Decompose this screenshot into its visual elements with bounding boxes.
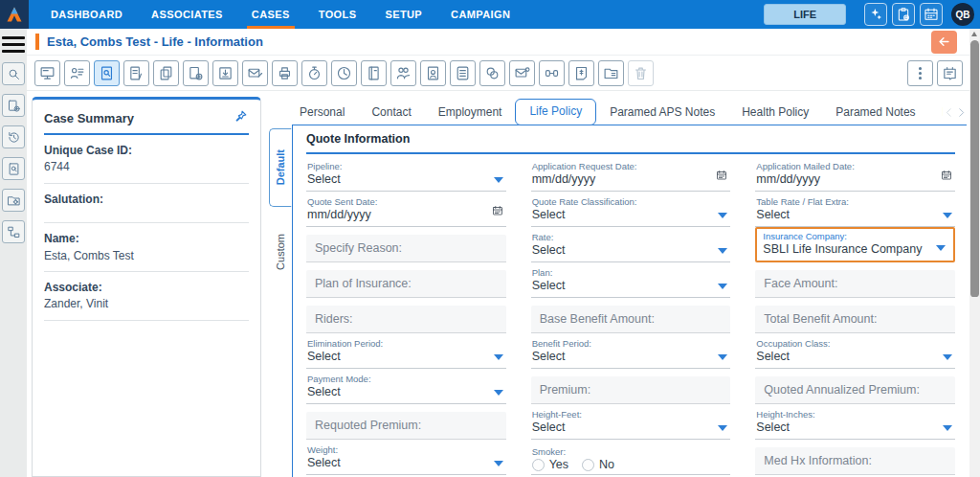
field-input[interactable]: Insurance Company:SBLI Life Insurance Co… — [755, 227, 955, 262]
dropdown-caret-icon[interactable] — [718, 354, 727, 360]
user-avatar[interactable]: QB — [951, 3, 974, 26]
tab-paramed-aps-notes[interactable]: Paramed APS Notes — [596, 101, 728, 125]
sticky-note-icon[interactable] — [937, 60, 963, 86]
copy-documents-icon[interactable] — [153, 60, 179, 86]
rail-document-search-icon[interactable] — [2, 157, 25, 180]
tab-scroll-left-button[interactable] — [943, 102, 955, 122]
dropdown-caret-icon[interactable] — [943, 213, 952, 218]
sparkles-icon[interactable] — [864, 3, 887, 26]
tab-scroll-right-button[interactable] — [955, 102, 968, 122]
dropdown-caret-icon[interactable] — [718, 248, 727, 254]
nav-item-associates[interactable]: ASSOCIATES — [137, 0, 237, 29]
field-input[interactable]: Application Mailed Date:mm/dd/yyyy — [755, 161, 955, 192]
scroll-up-arrow-icon[interactable] — [971, 32, 977, 36]
dropdown-caret-icon[interactable] — [494, 354, 503, 360]
link-people-icon[interactable] — [539, 60, 565, 86]
rail-document-add-icon[interactable] — [2, 94, 25, 117]
field-input[interactable]: Payment Mode:Select — [306, 374, 506, 404]
field-riders: Riders: — [306, 299, 506, 334]
dropdown-caret-icon[interactable] — [494, 461, 503, 466]
checklist-icon[interactable] — [450, 60, 476, 86]
contact-list-icon[interactable] — [64, 60, 90, 86]
side-tab-default[interactable]: Default — [269, 128, 292, 207]
coins-icon[interactable] — [479, 60, 505, 86]
calendar-picker-icon[interactable] — [716, 168, 727, 185]
dropdown-caret-icon[interactable] — [718, 284, 727, 289]
back-button[interactable] — [931, 31, 957, 54]
vertical-scrollbar[interactable] — [969, 29, 980, 477]
field-input[interactable]: Smoker:YesNo — [531, 446, 731, 475]
document-search-icon[interactable] — [94, 60, 120, 86]
tab-contact[interactable]: Contact — [358, 101, 424, 125]
rail-search-icon[interactable] — [2, 62, 25, 85]
nav-item-dashboard[interactable]: DASHBOARD — [36, 0, 137, 29]
radio-option-yes[interactable]: Yes — [532, 458, 568, 471]
field-input[interactable]: Height-Inches:Select — [755, 409, 955, 440]
nav-item-cases[interactable]: CASES — [237, 0, 304, 29]
dropdown-caret-icon[interactable] — [943, 354, 952, 360]
tab-personal[interactable]: Personal — [286, 101, 358, 125]
rail-history-icon[interactable] — [2, 125, 25, 148]
dropdown-caret-icon[interactable] — [718, 213, 727, 218]
document-add-icon[interactable] — [183, 60, 209, 86]
trash-icon[interactable] — [628, 60, 654, 86]
rail-folder-settings-icon[interactable] — [2, 189, 25, 212]
tab-life-policy[interactable]: Life Policy — [515, 99, 596, 125]
field-input[interactable]: Height-Feet:Select — [531, 409, 731, 440]
field-input[interactable]: Weight:Select — [306, 444, 506, 475]
side-tab-custom[interactable]: Custom — [269, 213, 292, 291]
mail-edit-icon[interactable] — [242, 60, 268, 86]
tab-rsa[interactable]: RSA — [929, 101, 943, 125]
calendar-icon[interactable] — [920, 3, 943, 26]
app-logo[interactable] — [0, 0, 29, 29]
download-icon[interactable] — [212, 60, 238, 86]
field-input[interactable]: Occupation Class:Select — [755, 338, 955, 369]
calendar-picker-icon[interactable] — [941, 168, 952, 185]
field-label: Specify Reason: — [315, 240, 402, 256]
ledger-icon[interactable] — [361, 60, 387, 86]
field-input[interactable]: Benefit Period:Select — [531, 338, 731, 369]
nav-item-tools[interactable]: TOOLS — [304, 0, 371, 29]
rail-workflow-icon[interactable] — [2, 220, 25, 243]
pin-icon[interactable] — [232, 109, 249, 126]
tab-employment[interactable]: Employment — [425, 101, 516, 125]
field-input[interactable]: Application Request Date:mm/dd/yyyy — [531, 161, 731, 192]
dropdown-caret-icon[interactable] — [494, 390, 503, 396]
hamburger-menu-icon[interactable] — [2, 34, 25, 55]
field-input[interactable]: Quote Sent Date:mm/dd/yyyy — [306, 196, 506, 227]
people-icon[interactable] — [390, 60, 416, 86]
field-input[interactable]: Table Rate / Flat Extra:Select — [755, 196, 955, 227]
field-input[interactable]: Elimination Period:Select — [306, 338, 506, 369]
dropdown-caret-icon[interactable] — [943, 425, 952, 431]
nav-item-setup[interactable]: SETUP — [370, 0, 436, 29]
nav-item-campaign[interactable]: CAMPAIGN — [436, 0, 524, 29]
invoice-icon[interactable] — [568, 60, 594, 86]
printer-icon[interactable] — [272, 60, 298, 86]
field-input[interactable]: Quote Rate Classification:Select — [531, 196, 731, 227]
tab-paramed-notes[interactable]: Paramed Notes — [822, 101, 928, 125]
clock-icon[interactable] — [331, 60, 357, 86]
person-book-icon[interactable] — [420, 60, 446, 86]
radio-button[interactable] — [532, 459, 545, 471]
field-value: Select — [756, 420, 955, 436]
radio-button[interactable] — [582, 459, 594, 471]
folder-document-icon[interactable] — [598, 60, 624, 86]
field-input[interactable]: Pipeline:Select — [306, 161, 506, 192]
radio-option-no[interactable]: No — [582, 458, 614, 471]
stopwatch-icon[interactable] — [301, 60, 327, 86]
life-module-button[interactable]: LIFE — [764, 4, 846, 25]
scrollbar-thumb[interactable] — [970, 40, 979, 297]
kebab-menu-icon[interactable] — [907, 60, 933, 86]
tab-health-policy[interactable]: Health Policy — [728, 101, 822, 125]
calendar-picker-icon[interactable] — [492, 203, 503, 220]
mail-attach-icon[interactable] — [509, 60, 535, 86]
app-window: DASHBOARDASSOCIATESCASESTOOLSSETUPCAMPAI… — [0, 0, 980, 477]
dropdown-caret-icon[interactable] — [494, 177, 503, 183]
document-edit-icon[interactable] — [123, 60, 149, 86]
dropdown-caret-icon[interactable] — [936, 245, 946, 251]
field-input[interactable]: Rate:Select — [531, 232, 731, 262]
monitor-icon[interactable] — [34, 60, 60, 86]
field-input[interactable]: Plan:Select — [531, 267, 731, 298]
clipboard-add-icon[interactable] — [892, 3, 915, 26]
dropdown-caret-icon[interactable] — [718, 425, 727, 431]
